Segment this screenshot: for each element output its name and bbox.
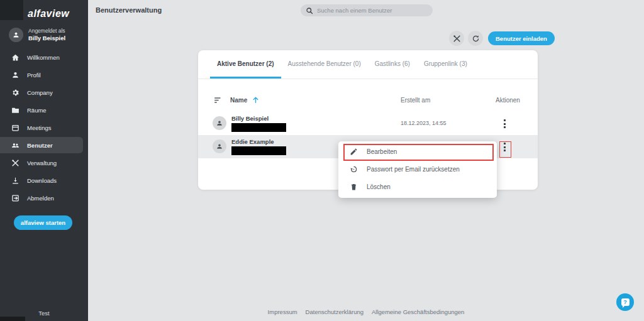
menu-item-loeschen[interactable]: Löschen (338, 178, 497, 195)
user-avatar-icon (9, 28, 23, 42)
sidebar-item-abmelden[interactable]: Abmelden (0, 190, 83, 206)
home-icon (11, 53, 19, 62)
sidebar: alfaview Angemeldet als Billy Beispiel W… (0, 0, 88, 321)
people-icon (11, 141, 19, 150)
refresh-button[interactable] (468, 31, 483, 46)
sidebar-item-label: Meetings (27, 124, 52, 131)
tools-icon (453, 35, 461, 43)
sidebar-item-label: Willkommen (27, 54, 60, 61)
help-fab-button[interactable]: ? (616, 293, 634, 311)
app-root: alfaview Angemeldet als Billy Beispiel W… (0, 0, 644, 321)
redacted-email-bar (231, 146, 286, 155)
menu-item-label: Bearbeiten (367, 148, 397, 155)
search-icon (306, 7, 313, 14)
admin-tools-button[interactable] (449, 31, 464, 46)
gear-icon (11, 89, 19, 97)
pencil-icon (350, 148, 358, 156)
created-date: 18.12.2023, 14:55 (401, 120, 447, 126)
person-icon (11, 71, 19, 79)
logout-icon (11, 194, 19, 202)
sidebar-item-verwaltung[interactable]: Verwaltung (0, 155, 83, 171)
footer-link-agb[interactable]: Allgemeine Geschäftsbedingungen (372, 308, 464, 315)
row-context-menu: Bearbeiten Passwort per Email zurücksetz… (338, 141, 497, 198)
sidebar-corner-dark (0, 0, 23, 20)
search-input[interactable] (317, 7, 428, 14)
menu-item-label: Löschen (367, 183, 391, 190)
tab-gastlinks[interactable]: Gastlinks (6) (368, 50, 417, 79)
sidebar-item-label: Räume (27, 107, 47, 114)
tab-aktive-benutzer[interactable]: Aktive Benutzer (2) (210, 50, 281, 79)
page-title: Benutzerverwaltung (96, 6, 162, 14)
table-header: Name Erstellt am Aktionen (198, 94, 538, 108)
sidebar-item-downloads[interactable]: Downloads (0, 172, 83, 188)
user-name: Billy Beispiel (231, 115, 269, 122)
user-avatar-icon (213, 116, 226, 130)
user-avatar-icon (213, 139, 226, 153)
user-name: Eddie Example (231, 138, 274, 145)
sidebar-item-raeume[interactable]: Räume (0, 102, 83, 118)
help-question-icon: ? (621, 298, 630, 306)
signed-in-username: Billy Beispiel (28, 35, 65, 42)
sidebar-item-willkommen[interactable]: Willkommen (0, 49, 83, 65)
tools-icon (11, 159, 19, 167)
column-header-actions: Aktionen (496, 97, 520, 104)
column-header-created: Erstellt am (401, 97, 430, 104)
tab-bar: Aktive Benutzer (2) Ausstehende Benutzer… (198, 50, 538, 79)
sidebar-item-benutzer[interactable]: Benutzer (0, 137, 83, 153)
workspace-label: Test (0, 310, 88, 317)
calendar-icon (11, 124, 19, 132)
refresh-icon (472, 35, 480, 43)
footer-link-datenschutz[interactable]: Datenschutzerklärung (306, 308, 364, 315)
menu-item-bearbeiten[interactable]: Bearbeiten (338, 143, 497, 160)
sidebar-item-label: Downloads (27, 177, 57, 184)
row-actions-menu-button[interactable] (499, 141, 510, 153)
alfaview-logo: alfaview (28, 8, 69, 19)
footer-links: Impressum Datenschutzerklärung Allgemein… (88, 308, 644, 315)
sidebar-item-profil[interactable]: Profil (0, 67, 83, 83)
footer-link-impressum[interactable]: Impressum (268, 308, 297, 315)
folder-icon (11, 106, 19, 114)
sidebar-item-label: Verwaltung (27, 160, 57, 166)
sidebar-item-label: Profil (27, 72, 41, 79)
sidebar-item-company[interactable]: Company (0, 84, 83, 101)
menu-item-label: Passwort per Email zurücksetzen (367, 166, 460, 173)
tab-gruppenlink[interactable]: Gruppenlink (3) (417, 50, 474, 79)
download-icon (11, 177, 19, 185)
sidebar-corner-dark-bottom (0, 317, 25, 321)
invite-user-button[interactable]: Benutzer einladen (488, 31, 555, 45)
sort-ascending-icon[interactable] (252, 95, 260, 104)
filter-sort-icon[interactable] (214, 97, 223, 104)
trash-icon (350, 183, 358, 191)
history-icon (350, 165, 358, 173)
row-actions-menu-button[interactable] (499, 117, 510, 130)
sidebar-item-meetings[interactable]: Meetings (0, 119, 83, 136)
column-header-name[interactable]: Name (230, 97, 247, 104)
table-row-billy-beispiel[interactable]: Billy Beispiel 18.12.2023, 14:55 (198, 112, 538, 135)
signed-in-user: Angemeldet als Billy Beispiel (9, 28, 84, 42)
signed-in-label: Angemeldet als (28, 28, 65, 35)
alfaview-starten-button[interactable]: alfaview starten (14, 215, 72, 230)
sidebar-item-label: Abmelden (27, 195, 54, 202)
redacted-email-bar (231, 123, 286, 132)
menu-item-passwort-zuruecksetzen[interactable]: Passwort per Email zurücksetzen (338, 160, 497, 178)
sidebar-item-label: Benutzer (27, 142, 53, 149)
tab-ausstehende-benutzer[interactable]: Ausstehende Benutzer (0) (281, 50, 368, 79)
search-bar (301, 4, 433, 16)
sidebar-item-label: Company (27, 89, 53, 96)
